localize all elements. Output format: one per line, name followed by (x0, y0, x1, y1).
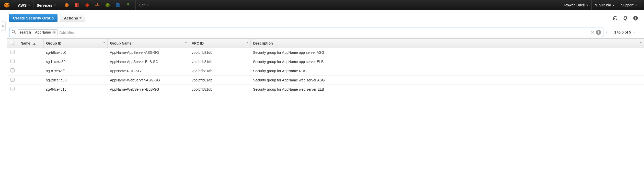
chevron-down-icon (28, 5, 30, 6)
column-menu-icon[interactable]: ▾ (640, 41, 641, 44)
col-header-name[interactable]: Name (18, 39, 43, 48)
nav-region-label: N. Virginia (595, 3, 611, 7)
row-checkbox[interactable] (10, 87, 15, 91)
nav-services[interactable]: Services (33, 0, 59, 10)
service-icon-2[interactable] (74, 2, 80, 8)
row-checkbox[interactable] (10, 68, 15, 72)
cell-vpc-id: vpc-bffb81db (189, 76, 250, 85)
service-icon-1[interactable] (64, 2, 70, 8)
service-icon-4[interactable] (95, 2, 100, 8)
service-icon-5[interactable] (105, 2, 110, 8)
filter-bar: search : AppName ✕ ✕ ? |‹ ‹ 1 to 5 of 5 … (7, 26, 644, 38)
cell-group-id: sg-b8ce4cc0 (43, 48, 107, 57)
cell-description: Security group for AppName web server AS… (250, 76, 644, 85)
nav-aws[interactable]: AWS (15, 0, 33, 10)
filter-help-icon[interactable]: ? (596, 30, 601, 35)
cell-vpc-id: vpc-bffb81db (189, 66, 250, 76)
security-groups-table: Name Group ID ▾ Group Name ▾ VPC ID ▾ De… (7, 38, 644, 94)
svg-line-23 (14, 33, 16, 34)
cell-group-name: AppName-WebServer-ELB-SG (107, 85, 189, 94)
nav-edit[interactable]: Edit (136, 3, 153, 7)
nav-region[interactable]: N. Virginia (592, 0, 618, 10)
cell-group-id: sg-87ce4cff (43, 66, 107, 76)
actions-button-label: Actions (64, 16, 78, 20)
col-header-vpc-id[interactable]: VPC ID ▾ (189, 39, 250, 48)
svg-marker-19 (2, 25, 4, 27)
pager-next-icon[interactable]: › (634, 30, 635, 34)
table-row[interactable]: sg-28ce4c50AppName-WebServer-ASG-SGvpc-b… (7, 76, 644, 85)
actions-button[interactable]: Actions (60, 14, 85, 22)
table-row[interactable]: sg-b8ce4cc0AppName-AppServer-ASG-SGvpc-b… (7, 48, 644, 57)
svg-rect-6 (75, 3, 77, 7)
top-nav: AWS Services Edit Rowan Udell N. Virgini… (0, 0, 644, 10)
pager-count: 1 to 5 of 5 (614, 30, 631, 34)
chevron-down-icon (613, 5, 615, 6)
row-checkbox[interactable] (10, 59, 15, 63)
col-header-vpc-id-label: VPC ID (192, 41, 204, 45)
col-header-checkbox[interactable] (7, 39, 18, 48)
col-header-group-name-label: Group Name (110, 41, 132, 45)
svg-marker-8 (85, 3, 89, 7)
pager-prev-icon[interactable]: ‹ (611, 30, 612, 34)
col-header-group-name[interactable]: Group Name ▾ (107, 39, 189, 48)
cell-group-name: AppName-RDS-SG (107, 66, 189, 76)
table-row[interactable]: sg-64ce4c1cAppName-WebServer-ELB-SGvpc-b… (7, 85, 644, 94)
refresh-icon[interactable] (612, 15, 618, 21)
col-header-group-id[interactable]: Group ID ▾ (43, 39, 107, 48)
pager-first-icon[interactable]: |‹ (606, 30, 608, 34)
filter-tag: search : AppName ✕ (18, 29, 58, 35)
filter-input[interactable] (59, 30, 590, 35)
nav-support[interactable]: Support (618, 0, 640, 10)
nav-edit-label: Edit (139, 3, 145, 7)
cell-description: Security group for AppName app server EL… (250, 57, 644, 66)
pager-last-icon[interactable]: ›| (637, 30, 639, 34)
gear-icon[interactable] (623, 15, 628, 21)
nav-user[interactable]: Rowan Udell (561, 0, 591, 10)
cell-name (18, 66, 43, 76)
cell-name (18, 76, 43, 85)
nav-aws-label: AWS (18, 3, 27, 7)
row-checkbox[interactable] (10, 50, 15, 54)
svg-point-16 (116, 6, 120, 7)
column-menu-icon[interactable]: ▾ (185, 41, 187, 44)
cell-group-id: sg-64ce4c1c (43, 85, 107, 94)
cell-name (18, 57, 43, 66)
column-menu-icon[interactable]: ▾ (247, 41, 248, 44)
service-shortcut-bar (59, 0, 136, 10)
filter-tag-value: AppName (35, 30, 51, 34)
chevron-down-icon (54, 5, 56, 6)
filter-tag-sep: : (32, 30, 33, 34)
action-toolbar: Create Security Group Actions ? (7, 14, 644, 26)
col-header-group-id-label: Group ID (46, 41, 62, 45)
sidebar-expand-handle[interactable] (1, 22, 6, 31)
col-header-description-label: Description (253, 41, 273, 45)
sort-asc-icon (33, 43, 36, 45)
cell-group-id: sg-28ce4c50 (43, 76, 107, 85)
aws-logo-icon[interactable] (4, 2, 10, 8)
cell-description: Security group for AppName RDS (250, 66, 644, 76)
table-row[interactable]: sg-f1ce4c89AppName-AppServer-ELB-SGvpc-b… (7, 57, 644, 66)
service-icon-3[interactable] (84, 2, 90, 8)
row-checkbox[interactable] (10, 78, 15, 82)
cell-vpc-id: vpc-bffb81db (189, 48, 250, 57)
table-row[interactable]: sg-87ce4cffAppName-RDS-SGvpc-bffb81dbSec… (7, 66, 644, 76)
cell-group-id: sg-f1ce4c89 (43, 57, 107, 66)
service-icon-6[interactable] (115, 2, 121, 8)
svg-text:?: ? (635, 16, 637, 20)
svg-rect-7 (77, 3, 79, 7)
filter-tag-remove-icon[interactable]: ✕ (52, 30, 56, 34)
filter-box[interactable]: search : AppName ✕ ✕ ? (9, 28, 603, 37)
service-icon-7[interactable] (125, 2, 131, 8)
column-menu-icon[interactable]: ▾ (103, 41, 105, 44)
chevron-down-icon (79, 17, 82, 19)
cell-group-name: AppName-AppServer-ELB-SG (107, 57, 189, 66)
create-security-group-button[interactable]: Create Security Group (9, 14, 57, 22)
main-content: Create Security Group Actions ? search (0, 10, 644, 94)
clear-filter-icon[interactable]: ✕ (591, 29, 594, 35)
svg-rect-10 (95, 5, 99, 6)
col-header-name-label: Name (21, 41, 30, 45)
nav-user-label: Rowan Udell (564, 3, 584, 7)
help-icon[interactable]: ? (633, 15, 638, 21)
select-all-checkbox[interactable] (10, 41, 14, 45)
col-header-description[interactable]: Description ▾ (250, 39, 644, 48)
